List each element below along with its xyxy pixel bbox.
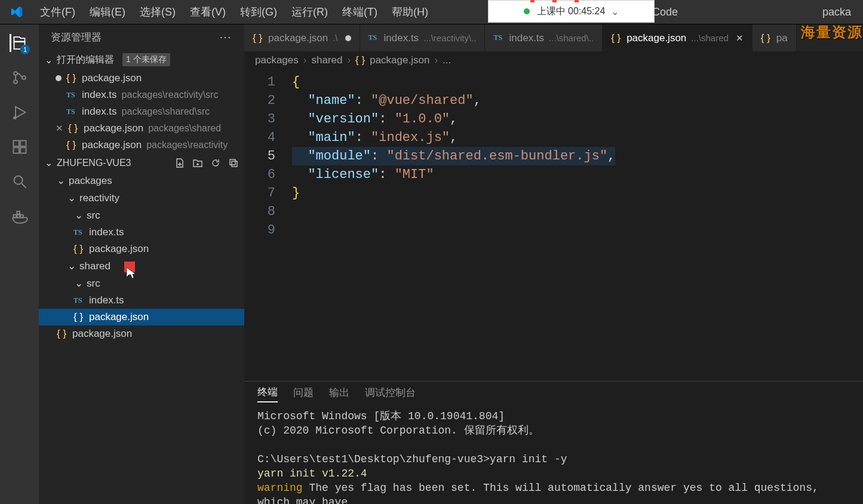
ts-icon: TS [493,33,504,42]
menu-run[interactable]: 运行(R) [284,0,335,24]
editor-tab[interactable]: TS index.ts ...\shared\.. [485,24,603,51]
menu-file[interactable]: 文件(F) [33,0,82,24]
activity-extensions[interactable] [11,138,29,156]
tree-folder-src[interactable]: ⌄ src [39,207,244,224]
tree-file-package-json[interactable]: { } package.json [39,241,244,257]
svg-rect-7 [20,147,26,153]
tree-folder-packages[interactable]: ⌄ packages [39,172,244,189]
open-editors-section[interactable]: ⌄ 打开的编辑器 1 个未保存 [39,50,244,70]
folder-label: src [87,278,100,290]
svg-point-3 [14,117,16,119]
breadcrumb-item[interactable]: packages [255,54,299,66]
term-line: yarn init v1.22.4 [257,468,367,480]
code-body[interactable]: { "name": "@vue/shared", "version": "1.0… [286,69,863,381]
open-editor-file: package.json [82,72,142,84]
tree-file-package-json[interactable]: { } package.json [39,325,244,342]
chevron-down-icon: ⌄ [45,54,52,66]
svg-rect-5 [20,141,26,146]
file-label: package.json [72,328,132,340]
new-folder-icon[interactable] [193,158,202,168]
editor-tab[interactable]: TS index.ts ...\reactivity\.. [360,24,486,51]
project-section[interactable]: ⌄ ZHUFENG-VUE3 [39,153,244,172]
svg-point-0 [14,72,17,75]
json-icon: { } [68,122,79,134]
tab-file: index.ts [509,32,544,44]
terminal-output[interactable]: Microsoft Windows [版本 10.0.19041.804] (c… [244,405,863,504]
term-line: (c) 2020 Microsoft Corporation. 保留所有权利。 [257,425,539,437]
folder-label: src [87,210,100,222]
tab-file: package.json [626,32,686,44]
json-icon: { } [57,328,67,340]
chevron-down-icon: ⌄ [67,192,75,204]
open-editor-item[interactable]: TS index.ts packages\reactivity\src [39,87,244,103]
menu-help[interactable]: 帮助(H) [385,0,435,24]
file-label: index.ts [89,294,124,306]
json-icon: { } [611,32,622,44]
chevron-down-icon: ⌄ [57,174,64,187]
menu-goto[interactable]: 转到(G) [233,0,284,24]
open-editor-file: package.json [82,139,142,151]
svg-rect-6 [13,147,19,153]
activity-bar: 1 [0,24,39,504]
tree-file-index-ts[interactable]: TS index.ts [39,224,244,241]
open-editor-file: package.json [84,122,143,134]
ts-icon: TS [73,296,84,305]
explorer-badge: 1 [20,45,30,54]
activity-search[interactable] [11,173,29,190]
open-editor-item[interactable]: { } package.json packages\reactivity [39,137,244,153]
tree-folder-shared[interactable]: ⌄ shared [39,257,244,275]
editor-tab[interactable]: { } package.json ...\shared ✕ [603,24,753,51]
code-editor[interactable]: 123456789 { "name": "@vue/shared", "vers… [244,69,863,381]
panel-tab-terminal[interactable]: 终端 [257,385,278,402]
breadcrumb-item[interactable]: package.json [370,54,429,66]
activity-scm[interactable] [11,69,29,87]
breadcrumb-sep-icon: › [347,54,351,66]
breadcrumb-item[interactable]: shared [311,54,342,66]
new-file-icon[interactable] [175,158,185,168]
open-editor-item[interactable]: { } package.json [39,70,244,87]
live-dot-icon [524,8,530,14]
breadcrumb-sep-icon: › [303,54,307,66]
tree-folder-src[interactable]: ⌄ src [39,275,244,292]
recording-status-overlay[interactable]: 上课中 00:45:24 ⌄ [488,0,655,23]
sidebar-title: 资源管理器 [51,30,102,44]
activity-explorer[interactable]: 1 [10,34,27,52]
editor-tab[interactable]: { } pa [753,24,797,51]
close-icon[interactable]: ✕ [736,33,744,44]
svg-point-1 [14,80,17,84]
sidebar-more-icon[interactable]: ⋯ [219,30,232,44]
tab-path: ...\reactivity\.. [423,33,476,43]
term-line: C:\Users\test1\Desktop\zhufeng-vue3>yarn… [257,453,567,465]
svg-rect-4 [13,141,19,146]
tree-file-index-ts[interactable]: TS index.ts [39,292,244,309]
breadcrumb[interactable]: packages › shared › { } package.json › .… [244,51,863,69]
title-bar: 文件(F) 编辑(E) 选择(S) 查看(V) 转到(G) 运行(R) 终端(T… [0,0,863,24]
panel-tab-output[interactable]: 输出 [329,386,349,402]
sidebar-header: 资源管理器 ⋯ [39,24,244,50]
tree-folder-reactivity[interactable]: ⌄ reactivity [39,189,244,207]
tree-file-package-json[interactable]: { } package.json [39,309,244,325]
menu-terminal[interactable]: 终端(T) [335,0,385,24]
menu-view[interactable]: 查看(V) [183,0,233,24]
refresh-icon[interactable] [211,158,220,168]
folder-label: shared [79,260,110,272]
open-editor-item[interactable]: TS index.ts packages\shared\src [39,103,244,120]
panel-tab-debug[interactable]: 调试控制台 [365,386,416,402]
close-icon[interactable]: ✕ [56,123,63,134]
editor-tab[interactable]: { } package.json .\ [244,24,360,51]
open-editor-item[interactable]: ✕ { } package.json packages\shared [39,120,244,137]
collapse-icon[interactable] [229,158,238,168]
panel-tab-problems[interactable]: 问题 [293,386,314,402]
json-icon: { } [355,54,365,66]
activity-run[interactable] [11,103,29,121]
menu-bar: 文件(F) 编辑(E) 选择(S) 查看(V) 转到(G) 运行(R) 终端(T… [33,0,435,24]
menu-select[interactable]: 选择(S) [133,0,183,24]
breadcrumb-item[interactable]: ... [443,54,451,66]
svg-rect-13 [230,159,235,165]
activity-docker[interactable] [11,207,29,225]
window-title-left: packa [822,0,851,24]
file-label: package.json [89,311,149,323]
chevron-down-icon: ⌄ [45,157,52,168]
menu-edit[interactable]: 编辑(E) [82,0,133,24]
mouse-cursor-icon [124,262,135,272]
